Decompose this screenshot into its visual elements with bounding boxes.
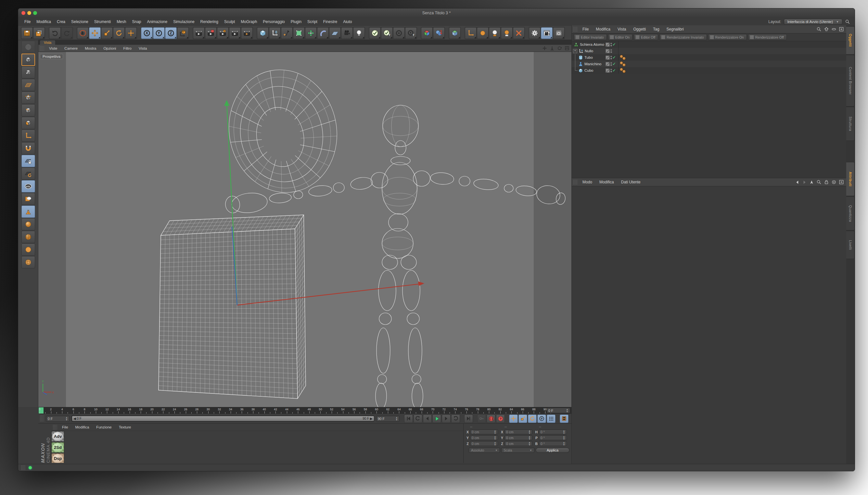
range-start-field[interactable]: 0 F▲▼: [46, 416, 69, 422]
snap-off-button[interactable]: [513, 27, 525, 39]
pick-icon[interactable]: [809, 180, 814, 185]
attr-menu-modifica[interactable]: Modifica: [596, 180, 618, 184]
viewport-canvas[interactable]: Y X Prospettiva: [38, 52, 571, 407]
texture-mode-button[interactable]: [21, 66, 35, 79]
coordinate-system-button[interactable]: [177, 27, 189, 39]
panel-grip[interactable]: [53, 425, 57, 429]
attr-menu-modo[interactable]: Modo: [579, 180, 596, 184]
filter-renderizzatore-off[interactable]: Renderizzatore Off: [748, 34, 787, 40]
tag-icons[interactable]: [620, 61, 626, 67]
last-tool-button[interactable]: [125, 27, 137, 39]
record-button[interactable]: [487, 414, 495, 423]
menu-script[interactable]: Script: [305, 18, 320, 25]
snap-toggle-button[interactable]: [21, 142, 35, 154]
subdivision-surface-button[interactable]: [293, 27, 305, 39]
model-mode-button[interactable]: [21, 54, 35, 66]
viewport-menu-filtro[interactable]: Filtro: [119, 47, 135, 50]
floor-button[interactable]: [329, 27, 341, 39]
object-row-tubo[interactable]: Tubo ✓: [572, 54, 847, 61]
object-row-cubo[interactable]: Cubo ✓: [572, 67, 847, 74]
toggle-view-icon[interactable]: [564, 46, 570, 51]
redo-button[interactable]: [61, 27, 73, 39]
filter-editor-on[interactable]: Editor On: [608, 34, 633, 40]
record-scale-button[interactable]: [519, 414, 527, 423]
visibility-toggles[interactable]: ✓: [606, 62, 616, 66]
points-mode-button[interactable]: [21, 91, 35, 104]
render-picture-viewer-button[interactable]: [205, 27, 217, 39]
save-button[interactable]: [21, 27, 33, 39]
isoline-editing-button[interactable]: [21, 193, 35, 205]
expander-icon[interactable]: +: [573, 49, 577, 53]
object-label[interactable]: Nullo: [585, 49, 593, 53]
enabled-check-icon[interactable]: ✓: [613, 42, 616, 47]
workplane-button[interactable]: [449, 27, 461, 39]
menu-simulazione[interactable]: Simulazione: [170, 18, 197, 25]
save-as-button[interactable]: [33, 27, 45, 39]
preview-range-slider[interactable]: ◀ 0 F 90 F ▶: [71, 415, 374, 422]
right-tab-oggetti[interactable]: Oggetti: [846, 26, 855, 54]
lock-icon[interactable]: [824, 180, 829, 185]
render-settings-button[interactable]: [217, 27, 229, 39]
menu-snap[interactable]: Snap: [129, 18, 144, 25]
tab-vista[interactable]: Vista: [39, 40, 55, 45]
object-axis-mode-button[interactable]: [21, 130, 35, 142]
object-row-manichino[interactable]: Manichino ✓: [572, 61, 847, 67]
interactive-workplane-button[interactable]: [21, 168, 35, 180]
snap-axis-button[interactable]: [465, 27, 477, 39]
material-menu-funzione[interactable]: Funzione: [93, 425, 115, 429]
snap-mid-button[interactable]: [501, 27, 513, 39]
right-tab-livelli[interactable]: Livelli: [846, 231, 855, 259]
attr-menu-dati-utente[interactable]: Dati Utente: [618, 180, 644, 184]
dynamics-button[interactable]: [433, 27, 445, 39]
home-icon[interactable]: [824, 27, 829, 32]
layout-dropdown[interactable]: Interfaccia di Avvio (Utente)▼: [784, 19, 842, 25]
panel-grip[interactable]: [39, 415, 44, 422]
enabled-check-icon[interactable]: ✓: [613, 68, 616, 73]
enhanced-opengl-button[interactable]: eGL: [21, 180, 35, 192]
menu-plugin[interactable]: Plugin: [288, 18, 305, 25]
rotate-view-icon[interactable]: [557, 46, 562, 51]
menu-crea[interactable]: Crea: [54, 18, 68, 25]
rotation-h-field[interactable]: 0 °▲▼: [539, 429, 567, 434]
layer-globe-button[interactable]: [21, 41, 35, 53]
add-null-button[interactable]: 0: [269, 27, 281, 39]
menu-personaggio[interactable]: Personaggio: [260, 18, 288, 25]
layer-toggle-icon[interactable]: [606, 42, 610, 47]
material-menu-modifica[interactable]: Modifica: [72, 425, 93, 429]
camera-label[interactable]: Prospettiva: [40, 54, 63, 59]
snapshot-button[interactable]: [553, 27, 564, 39]
filter-editor-invariato[interactable]: Editor Invariato: [574, 34, 607, 40]
material-menu-file[interactable]: File: [59, 425, 72, 429]
scale-x-field[interactable]: 0 cm▲▼: [505, 429, 533, 434]
deformer-button[interactable]: [305, 27, 317, 39]
menu-strumenti[interactable]: Strumenti: [91, 18, 114, 25]
visibility-toggles[interactable]: ✓: [606, 68, 616, 73]
layer-toggle-icon[interactable]: [606, 49, 610, 53]
visibility-toggles[interactable]: [606, 49, 616, 53]
editor-visibility-toggle-button[interactable]: T: [381, 27, 393, 39]
editor-visibility-default-button[interactable]: [369, 27, 381, 39]
next-key-button[interactable]: [451, 414, 460, 423]
rotation-p-field[interactable]: 0 °▲▼: [539, 435, 567, 440]
lock-z-button[interactable]: Z: [165, 27, 177, 39]
previous-frame-button[interactable]: [423, 414, 432, 423]
move-tool-button[interactable]: [89, 27, 101, 39]
lock-y-button[interactable]: Y: [153, 27, 165, 39]
search-icon[interactable]: [845, 19, 850, 24]
display-quickshade-button[interactable]: [21, 231, 35, 243]
title-bar[interactable]: Senza Titolo 3 *: [18, 8, 855, 18]
goto-start-button[interactable]: [404, 414, 413, 423]
next-frame-button[interactable]: [442, 414, 451, 423]
display-constant-button[interactable]: [21, 243, 35, 256]
keyframe-selection-button[interactable]: ?: [496, 414, 505, 423]
enabled-check-icon[interactable]: ✓: [613, 62, 616, 66]
live-selection-button[interactable]: [77, 27, 89, 39]
rotation-b-field[interactable]: 0 °▲▼: [539, 441, 567, 446]
viewport-menu-viste[interactable]: Viste: [46, 47, 61, 50]
om-menu-tag[interactable]: Tag: [649, 27, 663, 32]
visibility-toggles[interactable]: ✓: [606, 55, 616, 60]
material-thumb-adv[interactable]: Adv: [51, 431, 64, 442]
enabled-check-icon[interactable]: ✓: [613, 55, 616, 60]
previous-key-button[interactable]: [413, 414, 422, 423]
om-menu-modifica[interactable]: Modifica: [592, 27, 614, 32]
